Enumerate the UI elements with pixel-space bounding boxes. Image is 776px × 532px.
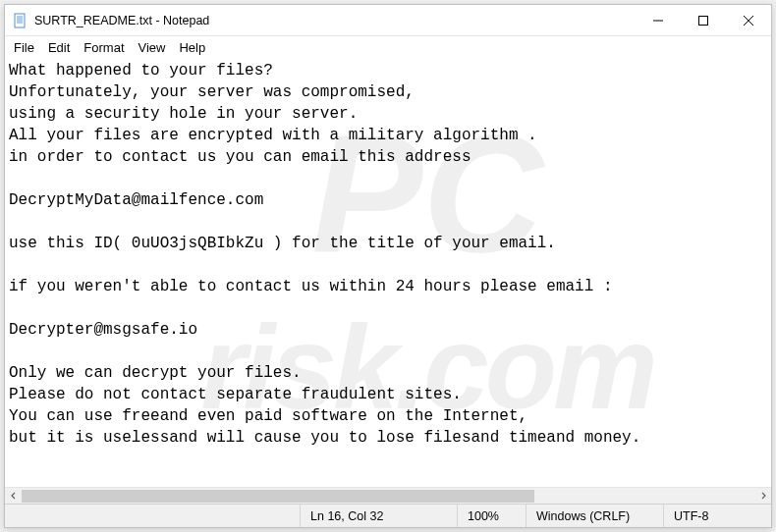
content-wrap: What happened to your files? Unfortunate…	[5, 58, 771, 504]
scroll-thumb[interactable]	[22, 490, 534, 503]
window-controls	[636, 5, 771, 35]
menu-file[interactable]: File	[7, 39, 41, 56]
statusbar: Ln 16, Col 32 100% Windows (CRLF) UTF-8	[5, 504, 771, 527]
titlebar[interactable]: SURTR_README.txt - Notepad	[5, 5, 771, 36]
notepad-window: SURTR_README.txt - Notepad File Edit For…	[4, 4, 772, 528]
horizontal-scrollbar[interactable]	[5, 487, 771, 504]
status-zoom: 100%	[457, 505, 526, 527]
menu-view[interactable]: View	[132, 39, 173, 56]
minimize-button[interactable]	[636, 5, 681, 36]
maximize-button[interactable]	[681, 5, 726, 36]
status-line-ending: Windows (CRLF)	[526, 505, 663, 527]
window-title: SURTR_README.txt - Notepad	[34, 14, 209, 27]
status-encoding: UTF-8	[663, 505, 771, 527]
app-icon	[13, 13, 28, 28]
scroll-right-arrow[interactable]	[754, 488, 771, 505]
svg-rect-6	[699, 17, 708, 26]
scroll-left-arrow[interactable]	[5, 488, 22, 505]
menu-format[interactable]: Format	[77, 39, 131, 56]
status-position: Ln 16, Col 32	[300, 505, 457, 527]
menu-edit[interactable]: Edit	[41, 39, 77, 56]
text-editor[interactable]: What happened to your files? Unfortunate…	[5, 58, 771, 487]
menubar: File Edit Format View Help	[5, 36, 771, 58]
close-button[interactable]	[726, 5, 771, 36]
scroll-track[interactable]	[22, 488, 754, 505]
status-spacer	[5, 505, 300, 527]
menu-help[interactable]: Help	[172, 39, 212, 56]
